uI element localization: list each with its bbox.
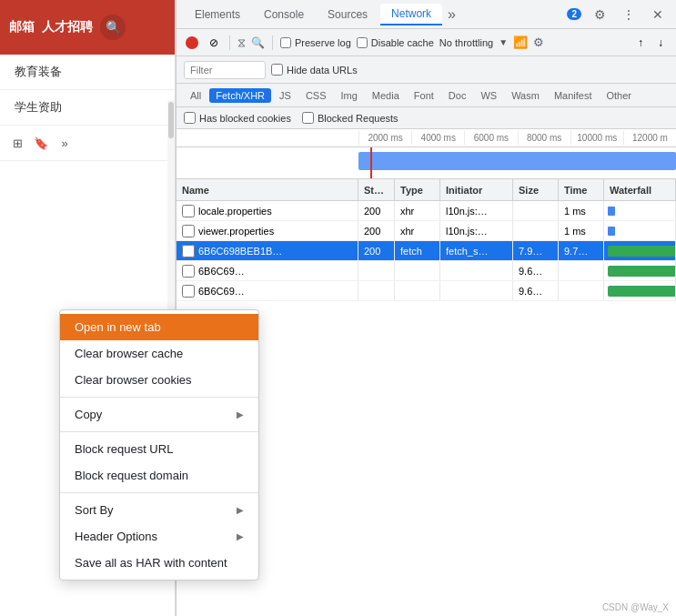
has-blocked-cookies-label[interactable]: Has blocked cookies — [184, 112, 291, 124]
table-row[interactable]: viewer.properties 200 xhr l10n.js:… 1 ms — [177, 221, 676, 241]
tick-6000: 6000 ms — [464, 131, 517, 145]
hide-data-urls-label[interactable]: Hide data URLs — [271, 64, 358, 76]
tick-12000: 12000 m — [623, 131, 676, 145]
settings-icon[interactable]: ⚙ — [589, 4, 610, 25]
record-button[interactable] — [184, 35, 200, 51]
context-menu-item-7[interactable]: Header Options ▶ — [60, 523, 258, 550]
tab-console[interactable]: Console — [253, 5, 315, 25]
sidebar-item-education[interactable]: 教育装备 — [0, 55, 175, 90]
context-menu-item-4[interactable]: Block request URL — [60, 436, 258, 462]
table-row[interactable]: 6B6C69… 9.6… — [177, 281, 676, 301]
preserve-log-label[interactable]: Preserve log — [280, 37, 351, 48]
disable-cache-checkbox[interactable] — [357, 37, 368, 48]
more-options-icon[interactable]: ⋮ — [618, 4, 640, 25]
search-icon[interactable]: 🔍 — [251, 36, 265, 49]
hide-data-urls-text: Hide data URLs — [287, 65, 358, 76]
gear-icon[interactable]: ⚙ — [533, 35, 544, 49]
type-btn-other[interactable]: Other — [600, 88, 638, 103]
blocked-requests-label[interactable]: Blocked Requests — [302, 112, 399, 124]
blocked-requests-checkbox[interactable] — [302, 112, 314, 124]
context-menu-item-6[interactable]: Sort By ▶ — [60, 497, 258, 523]
td-size-3: 9.6… — [513, 261, 559, 280]
th-type[interactable]: Type — [395, 179, 440, 200]
context-menu-item-3[interactable]: Copy ▶ — [60, 401, 258, 428]
stop-button[interactable]: ⊘ — [206, 35, 222, 51]
context-arrow-6: ▶ — [237, 505, 244, 515]
th-time[interactable]: Time — [559, 179, 604, 200]
type-btn-font[interactable]: Font — [408, 88, 440, 103]
disable-cache-label[interactable]: Disable cache — [357, 37, 434, 48]
filter-input[interactable] — [184, 61, 266, 79]
td-type-2: fetch — [395, 241, 440, 260]
preserve-log-checkbox[interactable] — [280, 37, 291, 48]
td-initiator-3 — [440, 261, 513, 280]
close-icon[interactable]: ✕ — [647, 4, 669, 25]
tab-more[interactable]: » — [444, 6, 459, 23]
context-menu-item-2[interactable]: Clear browser cookies — [60, 367, 258, 393]
td-type-4 — [395, 281, 440, 300]
tab-elements[interactable]: Elements — [184, 5, 251, 25]
type-btn-ws[interactable]: WS — [474, 88, 503, 103]
td-type-3 — [395, 261, 440, 280]
table-row[interactable]: 6B6C69… 9.6… — [177, 261, 676, 281]
sidebar-label-email: 邮箱 — [9, 19, 35, 35]
hide-data-urls-checkbox[interactable] — [271, 64, 283, 76]
th-waterfall[interactable]: Waterfall — [604, 179, 676, 200]
preserve-log-text: Preserve log — [295, 37, 351, 48]
sidebar-item-student[interactable]: 学生资助 — [0, 90, 175, 126]
network-toolbar: ⊘ ⧖ 🔍 Preserve log Disable cache No thro… — [177, 29, 676, 56]
context-arrow-7: ▶ — [237, 531, 244, 541]
td-name-4: 6B6C69… — [177, 281, 358, 300]
type-btn-media[interactable]: Media — [366, 88, 406, 103]
throttle-arrow[interactable]: ▼ — [499, 37, 508, 47]
more-icon[interactable]: » — [55, 133, 75, 153]
table-row[interactable]: locale.properties 200 xhr l10n.js:… 1 ms — [177, 201, 676, 221]
table-row[interactable]: 6B6C698BEB1B… 200 fetch fetch_s… 7.9… 9.… — [177, 241, 676, 261]
td-status-0: 200 — [358, 201, 395, 220]
context-item-label-5: Block request domain — [75, 469, 188, 482]
tab-network[interactable]: Network — [380, 4, 442, 25]
th-status[interactable]: St… — [358, 179, 395, 200]
tick-4000: 4000 ms — [411, 131, 464, 145]
type-btn-wasm[interactable]: Wasm — [505, 88, 546, 103]
td-waterfall-1 — [604, 221, 676, 240]
filter-icon[interactable]: ⧖ — [237, 35, 246, 50]
context-item-label-0: Open in new tab — [75, 320, 161, 334]
timeline-ticks: 2000 ms 4000 ms 6000 ms 8000 ms 10000 ms… — [177, 131, 676, 145]
row-checkbox-4[interactable] — [182, 285, 195, 298]
bookmark-icon[interactable]: 🔖 — [31, 133, 51, 153]
timeline-bar — [358, 152, 676, 170]
search-icon[interactable]: 🔍 — [100, 15, 126, 40]
filter-bar: Hide data URLs — [177, 56, 676, 84]
context-menu-item-0[interactable]: Open in new tab — [60, 314, 258, 340]
row-checkbox-2[interactable] — [182, 245, 195, 258]
sidebar-label-recruit: 人才招聘 — [42, 19, 93, 35]
download-icon[interactable]: ↓ — [652, 35, 669, 51]
type-btn-img[interactable]: Img — [335, 88, 364, 103]
context-menu-item-1[interactable]: Clear browser cache — [60, 340, 258, 367]
timeline-header: 2000 ms 4000 ms 6000 ms 8000 ms 10000 ms… — [177, 129, 676, 147]
type-btn-manifest[interactable]: Manifest — [548, 88, 599, 103]
row-checkbox-3[interactable] — [182, 265, 195, 278]
context-menu-item-5[interactable]: Block request domain — [60, 462, 258, 489]
expand-icon[interactable]: ⊞ — [7, 133, 27, 153]
row-checkbox-0[interactable] — [182, 205, 195, 217]
type-btn-doc[interactable]: Doc — [442, 88, 473, 103]
has-blocked-cookies-checkbox[interactable] — [184, 112, 196, 124]
tab-sources[interactable]: Sources — [317, 5, 378, 25]
upload-icon[interactable]: ↑ — [632, 35, 649, 51]
timeline-marker — [370, 147, 372, 178]
context-menu: Open in new tab Clear browser cache Clea… — [59, 309, 259, 581]
type-btn-fetch[interactable]: Fetch/XHR — [209, 88, 271, 103]
row-checkbox-1[interactable] — [182, 225, 195, 237]
th-initiator[interactable]: Initiator — [440, 179, 513, 200]
type-btn-js[interactable]: JS — [273, 88, 298, 103]
th-size[interactable]: Size — [513, 179, 559, 200]
th-name[interactable]: Name — [177, 179, 358, 200]
type-btn-all[interactable]: All — [184, 88, 207, 103]
td-size-0 — [513, 201, 559, 220]
type-btn-css[interactable]: CSS — [299, 88, 333, 103]
td-status-1: 200 — [358, 221, 395, 240]
tick-10000: 10000 ms — [570, 131, 623, 145]
context-menu-item-8[interactable]: Save all as HAR with content — [60, 550, 258, 576]
